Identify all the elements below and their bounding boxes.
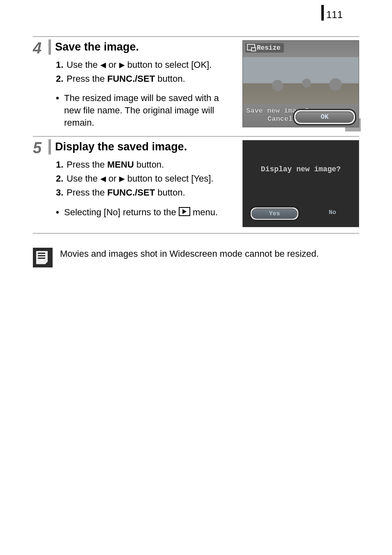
step-line-num: 2.	[56, 73, 67, 85]
step-bullet: • The resized image will be saved with a…	[56, 92, 238, 129]
text-fragment: Press the	[67, 187, 107, 198]
step-line-num: 1.	[56, 159, 67, 171]
step-line-text: Press the MENU button.	[67, 159, 238, 171]
step-text: Save the image. 1. Use the ◀ or ▶ button…	[48, 39, 242, 130]
step-line-num: 1.	[56, 59, 67, 71]
step-number: 5	[33, 139, 48, 227]
step-title: Display the saved image.	[55, 139, 187, 154]
spacer	[56, 200, 238, 206]
screenshot-no-button: No	[313, 206, 352, 219]
note-icon	[33, 248, 53, 267]
step-body: Display the saved image. 1. Press the ME…	[48, 139, 359, 227]
bullet-icon: •	[56, 92, 64, 129]
step-title: Save the image.	[55, 39, 139, 55]
step-list: 1. Press the MENU button. 2. Use the ◀ o…	[48, 159, 238, 218]
step-body: Save the image. 1. Use the ◀ or ▶ button…	[48, 39, 359, 130]
step-5: 5 Display the saved image. 1. Press the …	[33, 137, 359, 234]
step-text: Display the saved image. 1. Press the ME…	[48, 139, 242, 220]
page: 111 Playback/Erasing 4 Save the image. 1…	[0, 0, 392, 555]
screenshot-yes-highlight: Yes	[249, 206, 300, 221]
screenshot-ok-button: OK	[295, 111, 354, 123]
text-fragment: Use the	[67, 60, 100, 70]
step-title-bar	[48, 139, 51, 154]
note-text: Movies and images shot in Widescreen mod…	[60, 248, 359, 260]
screenshot-cancel: Cancel	[267, 115, 293, 123]
step-line: 1. Press the MENU button.	[56, 159, 238, 171]
right-arrow-icon: ▶	[119, 174, 125, 184]
screenshot-ok-highlight: OK	[293, 109, 356, 125]
text-fragment: button.	[155, 74, 185, 84]
step-line-text: Press the FUNC./SET button.	[67, 187, 238, 199]
step-line-text: Use the ◀ or ▶ button to select [OK].	[67, 59, 238, 71]
text-fragment: Press the	[67, 159, 107, 170]
screenshot-buttons: Yes No	[249, 206, 352, 221]
text-fragment: Press the	[67, 74, 107, 84]
step-title-bar	[48, 39, 51, 55]
step-line: 1. Use the ◀ or ▶ button to select [OK].	[56, 59, 238, 71]
step-title-row: Save the image.	[48, 39, 238, 55]
left-arrow-icon: ◀	[100, 60, 106, 70]
screenshot-yes-button: Yes	[251, 208, 297, 219]
step-line: 3. Press the FUNC./SET button.	[56, 187, 238, 199]
step-bullet: • Selecting [No] returns to the menu.	[56, 206, 238, 219]
step-number: 4	[33, 39, 48, 130]
text-fragment: button.	[155, 187, 185, 198]
step-line-text: Use the ◀ or ▶ button to select [Yes].	[67, 173, 238, 185]
step-list: 1. Use the ◀ or ▶ button to select [OK].…	[48, 59, 238, 129]
bullet-text: The resized image will be saved with a n…	[64, 92, 238, 129]
text-fragment: button to select [Yes].	[125, 173, 214, 184]
step-line: 2. Use the ◀ or ▶ button to select [Yes]…	[56, 173, 238, 185]
page-number-wrap: 111	[321, 5, 343, 21]
text-fragment: Selecting [No] returns to the	[64, 207, 179, 217]
step-line-num: 2.	[56, 173, 67, 185]
note-row: Movies and images shot in Widescreen mod…	[33, 248, 359, 267]
screenshot-title-text: Resize	[257, 44, 281, 52]
screenshot-image	[243, 57, 359, 104]
screenshot-display: Display new image? Yes No	[242, 140, 359, 227]
text-fragment: button to select [OK].	[125, 60, 212, 70]
screenshot-resize: Resize Save new image? Cancel OK	[242, 40, 359, 127]
steps: 4 Save the image. 1. Use the ◀ or ▶ butt…	[33, 36, 359, 234]
step-4: 4 Save the image. 1. Use the ◀ or ▶ butt…	[33, 36, 359, 137]
left-arrow-icon: ◀	[100, 174, 106, 184]
page-number-bar	[321, 5, 324, 21]
text-bold: FUNC./SET	[107, 187, 155, 198]
text-bold: MENU	[107, 159, 134, 170]
text-fragment: button.	[134, 159, 164, 170]
bullet-icon: •	[56, 206, 64, 219]
step-title-row: Display the saved image.	[48, 139, 238, 154]
note-icon-corner	[44, 261, 48, 265]
step-line: 2. Press the FUNC./SET button.	[56, 73, 238, 85]
spacer	[56, 86, 238, 92]
screenshot-title: Resize	[245, 43, 284, 53]
text-fragment: menu.	[190, 207, 218, 217]
text-bold: FUNC./SET	[107, 74, 155, 84]
screenshot-prompt: Display new image?	[243, 165, 359, 173]
text-fragment: Use the	[67, 173, 100, 184]
bullet-text: Selecting [No] returns to the menu.	[64, 206, 238, 219]
playback-icon	[179, 207, 190, 216]
page-number: 111	[326, 9, 343, 21]
step-line-text: Press the FUNC./SET button.	[67, 73, 238, 85]
right-arrow-icon: ▶	[119, 60, 125, 70]
step-line-num: 3.	[56, 187, 67, 199]
resize-icon	[247, 44, 255, 51]
